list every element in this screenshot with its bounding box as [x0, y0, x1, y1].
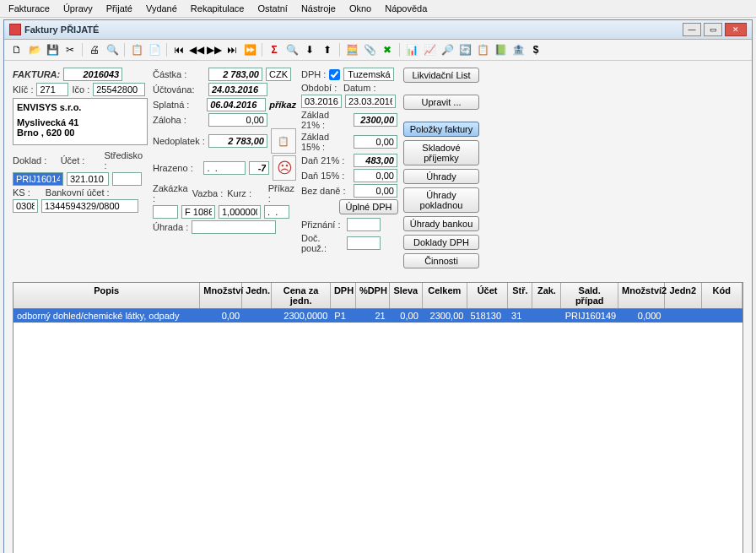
skladove-prijemky-button[interactable]: Skladové příjemky: [403, 140, 479, 165]
upravit-button[interactable]: Upravit ...: [403, 95, 479, 110]
priznani-input[interactable]: [347, 218, 381, 231]
ico-input[interactable]: [93, 83, 145, 96]
prev-icon[interactable]: ◀◀: [189, 42, 204, 57]
attach-icon[interactable]: 📎: [362, 42, 377, 57]
grid-body[interactable]: odborný dohled/chemické látky, odpady 0,…: [14, 309, 742, 553]
col-celkem[interactable]: Celkem: [423, 283, 467, 308]
vazba-input[interactable]: [181, 205, 215, 219]
save-icon[interactable]: 💾: [45, 42, 60, 57]
paste-icon[interactable]: 📄: [147, 42, 162, 57]
castka-input[interactable]: [208, 68, 262, 81]
form-icon[interactable]: 📋: [475, 42, 490, 57]
find-icon[interactable]: 🔍: [284, 42, 300, 57]
zoom-icon[interactable]: 🔎: [440, 42, 455, 57]
ledger-icon[interactable]: 📗: [493, 42, 508, 57]
sad-face-icon[interactable]: ☹: [273, 155, 296, 181]
tuzemska-input[interactable]: [343, 68, 394, 81]
report-icon[interactable]: 📊: [404, 42, 419, 57]
dan15-input[interactable]: [354, 169, 397, 182]
dph-checkbox[interactable]: [329, 69, 340, 80]
col-sleva[interactable]: Sleva: [390, 283, 423, 308]
kurz-input[interactable]: [219, 205, 261, 219]
klic-input[interactable]: [36, 83, 68, 96]
chart-icon[interactable]: 📈: [422, 42, 437, 57]
zaloha-input[interactable]: [208, 113, 267, 127]
zaklad15-input[interactable]: [354, 135, 397, 149]
menu-upravy[interactable]: Úpravy: [58, 2, 98, 15]
col-kod[interactable]: Kód: [702, 283, 742, 308]
grid-row[interactable]: odborný dohled/chemické látky, odpady 0,…: [14, 309, 742, 323]
menu-napoveda[interactable]: Nápověda: [380, 2, 432, 15]
zaklad21-input[interactable]: [354, 113, 397, 127]
faktura-number-input[interactable]: [63, 68, 122, 81]
maximize-button[interactable]: ▭: [704, 23, 722, 36]
menu-vydane[interactable]: Vydané: [141, 2, 182, 15]
uctovana-input[interactable]: [208, 83, 267, 96]
print-icon[interactable]: 🖨: [87, 42, 102, 57]
dollar-icon[interactable]: $: [528, 42, 543, 57]
docpouz-input[interactable]: [347, 236, 381, 250]
uhrady-pokladnou-button[interactable]: Úhrady pokladnou: [403, 187, 479, 213]
refresh-icon[interactable]: 🔄: [457, 42, 472, 57]
next-icon[interactable]: ▶▶: [207, 42, 222, 57]
doklady-dph-button[interactable]: Doklady DPH: [403, 235, 479, 250]
ucet-input[interactable]: [67, 172, 109, 186]
col-pdph[interactable]: %DPH: [356, 283, 390, 308]
sort-desc-icon[interactable]: ⬆: [320, 42, 335, 57]
prikaz-input[interactable]: [264, 205, 289, 219]
doklad-input[interactable]: [13, 172, 63, 186]
col-cena[interactable]: Cena za jedn.: [272, 283, 331, 308]
stredisko-input[interactable]: [112, 172, 142, 186]
zakazka-input[interactable]: [153, 205, 178, 219]
col-zak[interactable]: Zak.: [532, 283, 561, 308]
tools-icon[interactable]: ✖: [380, 42, 395, 57]
last-icon[interactable]: ⏭: [224, 42, 240, 57]
bezdane-input[interactable]: [354, 184, 397, 198]
menu-rekapitulace[interactable]: Rekapitulace: [186, 2, 250, 15]
bank-icon[interactable]: 🏦: [510, 42, 526, 57]
col-mnoz2[interactable]: Množství2: [618, 283, 665, 308]
likvidacni-list-button[interactable]: Likvidační List: [403, 68, 479, 83]
delete-icon[interactable]: ✂: [62, 42, 78, 57]
details-button[interactable]: 📋: [271, 128, 296, 154]
datum-input[interactable]: [345, 95, 396, 108]
currency-input[interactable]: [266, 68, 291, 81]
col-sald[interactable]: Sald. případ: [561, 283, 618, 308]
col-str[interactable]: Stř.: [508, 283, 532, 308]
dan21-input[interactable]: [354, 154, 397, 167]
col-popis[interactable]: Popis: [14, 283, 200, 308]
polozky-faktury-button[interactable]: Položky faktury: [403, 122, 479, 137]
hrazeno-days-input[interactable]: [249, 161, 269, 175]
uhrady-bankou-button[interactable]: Úhrady bankou: [403, 216, 479, 231]
col-mnozstvi[interactable]: Množství: [200, 283, 242, 308]
uhrady-button[interactable]: Úhrady: [403, 169, 479, 184]
col-jedn2[interactable]: Jedn2: [665, 283, 702, 308]
cinnosti-button[interactable]: Činnosti: [403, 253, 479, 268]
menu-fakturace[interactable]: Fakturace: [3, 2, 55, 15]
jump-icon[interactable]: ⏩: [242, 42, 257, 57]
first-icon[interactable]: ⏮: [171, 42, 186, 57]
sum-icon[interactable]: Σ: [267, 42, 282, 57]
new-icon[interactable]: 🗋: [9, 42, 24, 57]
obdobi-input[interactable]: [301, 95, 342, 108]
splatna-input[interactable]: [207, 98, 266, 111]
hrazeno-input[interactable]: [203, 161, 246, 175]
uplne-dph-button[interactable]: Úplné DPH: [339, 199, 398, 214]
calc-icon[interactable]: 🧮: [344, 42, 359, 57]
bank-input[interactable]: [41, 199, 138, 213]
ks-input[interactable]: [13, 199, 38, 213]
col-jedn[interactable]: Jedn.: [242, 283, 272, 308]
menu-prijate[interactable]: Přijaté: [101, 2, 138, 15]
preview-icon[interactable]: 🔍: [105, 42, 120, 57]
col-dph[interactable]: DPH: [331, 283, 356, 308]
menu-nastroje[interactable]: Nástroje: [296, 2, 341, 15]
close-button[interactable]: ✕: [725, 23, 747, 36]
uhrada-input[interactable]: [192, 220, 276, 234]
copy-icon[interactable]: 📋: [129, 42, 144, 57]
minimize-button[interactable]: —: [683, 23, 701, 36]
nedoplatek-input[interactable]: [208, 134, 267, 148]
menu-ostatni[interactable]: Ostatní: [252, 2, 292, 15]
menu-okno[interactable]: Okno: [344, 2, 376, 15]
sort-asc-icon[interactable]: ⬇: [302, 42, 317, 57]
col-ucet[interactable]: Účet: [467, 283, 508, 308]
